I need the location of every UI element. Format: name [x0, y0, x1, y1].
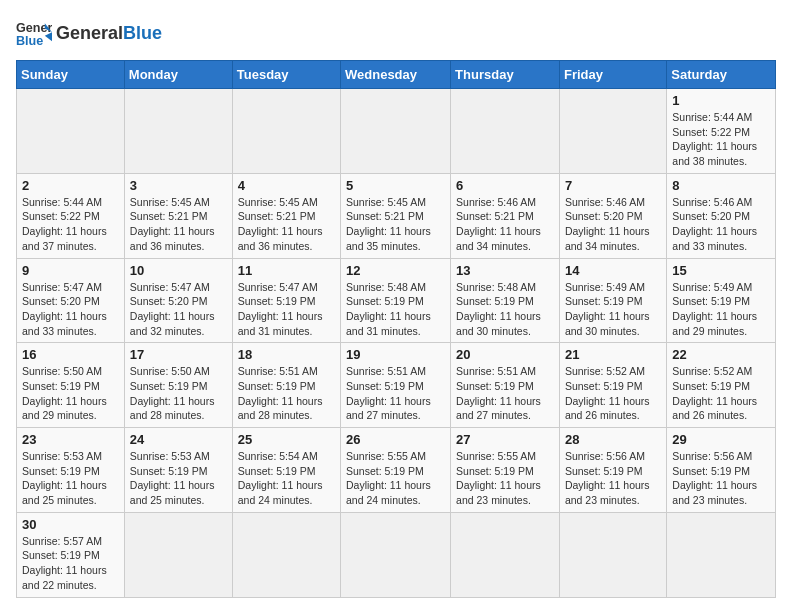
calendar-cell: 1Sunrise: 5:44 AMSunset: 5:22 PMDaylight…: [667, 89, 776, 174]
calendar-cell: [451, 512, 560, 597]
calendar-cell: 6Sunrise: 5:46 AMSunset: 5:21 PMDaylight…: [451, 173, 560, 258]
calendar-cell: 14Sunrise: 5:49 AMSunset: 5:19 PMDayligh…: [559, 258, 666, 343]
day-info: Sunrise: 5:56 AMSunset: 5:19 PMDaylight:…: [565, 449, 661, 508]
calendar-cell: 20Sunrise: 5:51 AMSunset: 5:19 PMDayligh…: [451, 343, 560, 428]
day-info: Sunrise: 5:55 AMSunset: 5:19 PMDaylight:…: [456, 449, 554, 508]
day-number: 23: [22, 432, 119, 447]
day-number: 29: [672, 432, 770, 447]
calendar-cell: 24Sunrise: 5:53 AMSunset: 5:19 PMDayligh…: [124, 428, 232, 513]
day-number: 20: [456, 347, 554, 362]
calendar-cell: 18Sunrise: 5:51 AMSunset: 5:19 PMDayligh…: [232, 343, 340, 428]
calendar-cell: 11Sunrise: 5:47 AMSunset: 5:19 PMDayligh…: [232, 258, 340, 343]
calendar-cell: 4Sunrise: 5:45 AMSunset: 5:21 PMDaylight…: [232, 173, 340, 258]
calendar-week-row: 1Sunrise: 5:44 AMSunset: 5:22 PMDaylight…: [17, 89, 776, 174]
calendar-cell: 10Sunrise: 5:47 AMSunset: 5:20 PMDayligh…: [124, 258, 232, 343]
day-number: 15: [672, 263, 770, 278]
logo: General Blue GeneralBlue: [16, 16, 162, 52]
day-number: 18: [238, 347, 335, 362]
day-number: 13: [456, 263, 554, 278]
calendar-week-row: 23Sunrise: 5:53 AMSunset: 5:19 PMDayligh…: [17, 428, 776, 513]
calendar-cell: 17Sunrise: 5:50 AMSunset: 5:19 PMDayligh…: [124, 343, 232, 428]
day-info: Sunrise: 5:51 AMSunset: 5:19 PMDaylight:…: [238, 364, 335, 423]
calendar-cell: 8Sunrise: 5:46 AMSunset: 5:20 PMDaylight…: [667, 173, 776, 258]
day-number: 6: [456, 178, 554, 193]
calendar-cell: 13Sunrise: 5:48 AMSunset: 5:19 PMDayligh…: [451, 258, 560, 343]
day-info: Sunrise: 5:51 AMSunset: 5:19 PMDaylight:…: [346, 364, 445, 423]
calendar-cell: [341, 512, 451, 597]
calendar-cell: 12Sunrise: 5:48 AMSunset: 5:19 PMDayligh…: [341, 258, 451, 343]
day-number: 14: [565, 263, 661, 278]
day-info: Sunrise: 5:53 AMSunset: 5:19 PMDaylight:…: [22, 449, 119, 508]
calendar-cell: 2Sunrise: 5:44 AMSunset: 5:22 PMDaylight…: [17, 173, 125, 258]
day-info: Sunrise: 5:46 AMSunset: 5:21 PMDaylight:…: [456, 195, 554, 254]
day-info: Sunrise: 5:44 AMSunset: 5:22 PMDaylight:…: [22, 195, 119, 254]
calendar-week-row: 2Sunrise: 5:44 AMSunset: 5:22 PMDaylight…: [17, 173, 776, 258]
day-info: Sunrise: 5:47 AMSunset: 5:20 PMDaylight:…: [130, 280, 227, 339]
day-number: 2: [22, 178, 119, 193]
calendar-cell: 25Sunrise: 5:54 AMSunset: 5:19 PMDayligh…: [232, 428, 340, 513]
day-info: Sunrise: 5:47 AMSunset: 5:19 PMDaylight:…: [238, 280, 335, 339]
day-number: 1: [672, 93, 770, 108]
day-info: Sunrise: 5:47 AMSunset: 5:20 PMDaylight:…: [22, 280, 119, 339]
calendar-cell: 29Sunrise: 5:56 AMSunset: 5:19 PMDayligh…: [667, 428, 776, 513]
day-number: 7: [565, 178, 661, 193]
day-number: 11: [238, 263, 335, 278]
day-number: 8: [672, 178, 770, 193]
day-info: Sunrise: 5:51 AMSunset: 5:19 PMDaylight:…: [456, 364, 554, 423]
calendar-cell: 19Sunrise: 5:51 AMSunset: 5:19 PMDayligh…: [341, 343, 451, 428]
day-number: 24: [130, 432, 227, 447]
day-info: Sunrise: 5:44 AMSunset: 5:22 PMDaylight:…: [672, 110, 770, 169]
calendar-cell: [17, 89, 125, 174]
page-header: General Blue GeneralBlue: [16, 16, 776, 52]
weekday-header-friday: Friday: [559, 61, 666, 89]
day-number: 16: [22, 347, 119, 362]
day-info: Sunrise: 5:46 AMSunset: 5:20 PMDaylight:…: [672, 195, 770, 254]
day-number: 26: [346, 432, 445, 447]
calendar-week-row: 30Sunrise: 5:57 AMSunset: 5:19 PMDayligh…: [17, 512, 776, 597]
day-info: Sunrise: 5:48 AMSunset: 5:19 PMDaylight:…: [346, 280, 445, 339]
day-info: Sunrise: 5:56 AMSunset: 5:19 PMDaylight:…: [672, 449, 770, 508]
calendar-cell: [451, 89, 560, 174]
calendar-cell: 16Sunrise: 5:50 AMSunset: 5:19 PMDayligh…: [17, 343, 125, 428]
day-info: Sunrise: 5:50 AMSunset: 5:19 PMDaylight:…: [22, 364, 119, 423]
calendar-week-row: 16Sunrise: 5:50 AMSunset: 5:19 PMDayligh…: [17, 343, 776, 428]
weekday-header-row: SundayMondayTuesdayWednesdayThursdayFrid…: [17, 61, 776, 89]
calendar-week-row: 9Sunrise: 5:47 AMSunset: 5:20 PMDaylight…: [17, 258, 776, 343]
day-number: 10: [130, 263, 227, 278]
svg-text:Blue: Blue: [16, 34, 43, 48]
calendar-cell: 5Sunrise: 5:45 AMSunset: 5:21 PMDaylight…: [341, 173, 451, 258]
calendar-cell: [232, 89, 340, 174]
calendar-cell: [124, 89, 232, 174]
day-info: Sunrise: 5:55 AMSunset: 5:19 PMDaylight:…: [346, 449, 445, 508]
day-number: 9: [22, 263, 119, 278]
day-info: Sunrise: 5:54 AMSunset: 5:19 PMDaylight:…: [238, 449, 335, 508]
day-info: Sunrise: 5:48 AMSunset: 5:19 PMDaylight:…: [456, 280, 554, 339]
calendar-cell: 3Sunrise: 5:45 AMSunset: 5:21 PMDaylight…: [124, 173, 232, 258]
day-info: Sunrise: 5:52 AMSunset: 5:19 PMDaylight:…: [672, 364, 770, 423]
calendar-cell: [124, 512, 232, 597]
logo-text: GeneralBlue: [56, 24, 162, 44]
day-info: Sunrise: 5:45 AMSunset: 5:21 PMDaylight:…: [238, 195, 335, 254]
day-info: Sunrise: 5:53 AMSunset: 5:19 PMDaylight:…: [130, 449, 227, 508]
calendar-cell: 23Sunrise: 5:53 AMSunset: 5:19 PMDayligh…: [17, 428, 125, 513]
weekday-header-sunday: Sunday: [17, 61, 125, 89]
calendar-cell: [667, 512, 776, 597]
day-info: Sunrise: 5:52 AMSunset: 5:19 PMDaylight:…: [565, 364, 661, 423]
calendar-cell: 15Sunrise: 5:49 AMSunset: 5:19 PMDayligh…: [667, 258, 776, 343]
day-info: Sunrise: 5:49 AMSunset: 5:19 PMDaylight:…: [565, 280, 661, 339]
calendar-table: SundayMondayTuesdayWednesdayThursdayFrid…: [16, 60, 776, 598]
day-number: 25: [238, 432, 335, 447]
day-number: 5: [346, 178, 445, 193]
weekday-header-thursday: Thursday: [451, 61, 560, 89]
day-number: 28: [565, 432, 661, 447]
calendar-cell: 9Sunrise: 5:47 AMSunset: 5:20 PMDaylight…: [17, 258, 125, 343]
weekday-header-tuesday: Tuesday: [232, 61, 340, 89]
calendar-cell: 7Sunrise: 5:46 AMSunset: 5:20 PMDaylight…: [559, 173, 666, 258]
day-info: Sunrise: 5:46 AMSunset: 5:20 PMDaylight:…: [565, 195, 661, 254]
day-info: Sunrise: 5:45 AMSunset: 5:21 PMDaylight:…: [130, 195, 227, 254]
day-info: Sunrise: 5:49 AMSunset: 5:19 PMDaylight:…: [672, 280, 770, 339]
weekday-header-wednesday: Wednesday: [341, 61, 451, 89]
calendar-cell: 30Sunrise: 5:57 AMSunset: 5:19 PMDayligh…: [17, 512, 125, 597]
calendar-cell: 28Sunrise: 5:56 AMSunset: 5:19 PMDayligh…: [559, 428, 666, 513]
calendar-cell: 21Sunrise: 5:52 AMSunset: 5:19 PMDayligh…: [559, 343, 666, 428]
